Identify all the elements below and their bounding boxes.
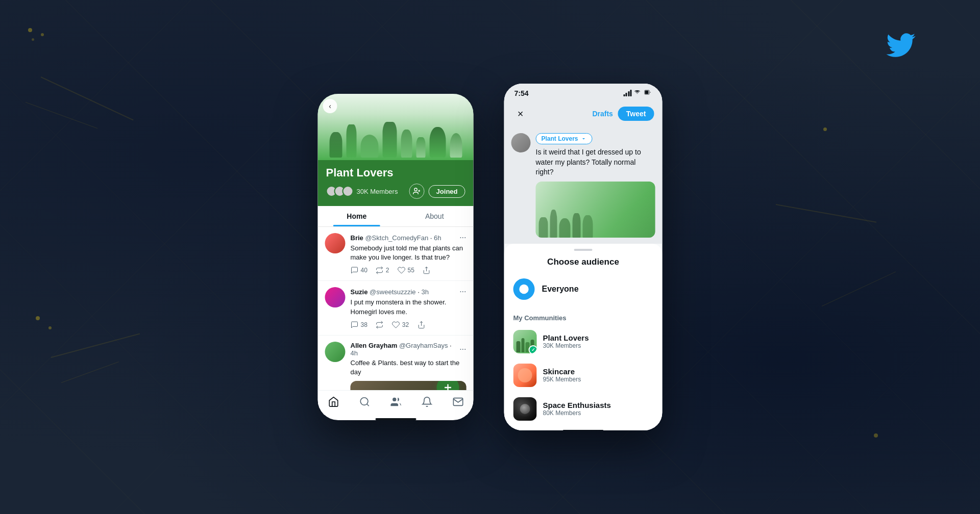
tweet-content: Brie @Sktch_ComedyFan · 6h ··· Somebody … bbox=[351, 233, 467, 274]
compose-header: × Drafts Tweet bbox=[504, 100, 663, 127]
like-action[interactable]: 55 bbox=[398, 266, 414, 274]
tweet-avatar bbox=[325, 287, 346, 307]
home-indicator bbox=[375, 418, 416, 420]
svg-point-9 bbox=[393, 398, 396, 401]
tweet-actions: 38 32 bbox=[351, 321, 467, 329]
svg-point-7 bbox=[360, 398, 368, 405]
retweet-action[interactable] bbox=[376, 321, 384, 329]
tweet-text: I put my monstera in the shower. Homegir… bbox=[351, 298, 467, 316]
compose-fab[interactable] bbox=[437, 381, 459, 390]
sheet-title: Choose audience bbox=[504, 255, 663, 272]
share-action[interactable] bbox=[417, 321, 425, 329]
svg-point-0 bbox=[414, 188, 417, 191]
phone-2: 7:54 bbox=[504, 84, 663, 430]
status-bar: 7:54 bbox=[504, 84, 663, 100]
audience-option-everyone[interactable]: Everyone bbox=[504, 272, 663, 306]
community-name: Plant Lovers bbox=[543, 333, 653, 342]
nav-notifications[interactable] bbox=[421, 396, 433, 408]
nav-search[interactable] bbox=[358, 396, 371, 408]
compose-right: Plant Lovers Is it weird that I get dres… bbox=[536, 133, 655, 238]
svg-line-8 bbox=[366, 404, 369, 406]
nav-messages[interactable] bbox=[452, 396, 464, 408]
svg-rect-12 bbox=[645, 91, 648, 94]
add-member-button[interactable] bbox=[409, 184, 425, 199]
check-badge: ✓ bbox=[529, 345, 537, 353]
members-count: 30K Members bbox=[357, 188, 398, 195]
compose-text: Is it weird that I get dressed up to wat… bbox=[536, 147, 655, 177]
close-button[interactable]: × bbox=[512, 106, 529, 122]
comment-action[interactable]: 38 bbox=[351, 321, 368, 329]
community-avatar bbox=[513, 397, 537, 421]
compose-area: Plant Lovers Is it weird that I get dres… bbox=[504, 127, 663, 244]
community-name: Skincare bbox=[543, 367, 653, 376]
group-avatars: 30K Members bbox=[326, 186, 398, 197]
status-time: 7:54 bbox=[514, 89, 529, 97]
tweet-text: Coffee & Plants. best way to start the d… bbox=[351, 358, 467, 377]
nav-home[interactable] bbox=[327, 396, 339, 408]
tweet-user: Allen Grayham @GrayhamSays · 4h bbox=[351, 342, 460, 357]
community-members: 30K Members bbox=[543, 342, 653, 349]
community-avatar bbox=[513, 364, 537, 387]
tabs: Home About bbox=[318, 206, 474, 227]
community-avatar: ✓ bbox=[513, 330, 537, 353]
community-item-space[interactable]: Space Enthusiasts 80K Members bbox=[504, 392, 663, 426]
tweet-content: Allen Grayham @GrayhamSays · 4h ··· Coff… bbox=[351, 342, 467, 390]
everyone-icon bbox=[513, 278, 535, 300]
group-banner: Plant Lovers 30K Members bbox=[318, 160, 474, 206]
community-info: Skincare 95K Members bbox=[543, 367, 653, 383]
community-info: Plant Lovers 30K Members bbox=[543, 333, 653, 349]
community-item-skincare[interactable]: Skincare 95K Members bbox=[504, 358, 663, 392]
tweet-item: Brie @Sktch_ComedyFan · 6h ··· Somebody … bbox=[318, 227, 474, 281]
wifi-icon bbox=[634, 89, 641, 97]
like-action[interactable]: 32 bbox=[392, 321, 409, 329]
tweet-content: Suzie @sweetsuzzzie · 3h ··· I put my mo… bbox=[351, 287, 467, 328]
home-indicator bbox=[563, 430, 604, 430]
tweet-avatar bbox=[325, 233, 346, 253]
tweet-user: Suzie @sweetsuzzzie · 3h bbox=[351, 288, 429, 296]
tweet-text: Somebody just told me that plants can ma… bbox=[351, 244, 467, 262]
composer-avatar bbox=[511, 133, 531, 152]
back-button[interactable]: ‹ bbox=[323, 99, 337, 113]
tab-about[interactable]: About bbox=[396, 206, 474, 226]
retweet-action[interactable]: 2 bbox=[376, 266, 389, 274]
compose-buttons: Drafts Tweet bbox=[592, 107, 654, 121]
tweet-more-icon[interactable]: ··· bbox=[459, 287, 466, 296]
tweet-image bbox=[351, 381, 467, 390]
battery-icon bbox=[643, 89, 652, 97]
drafts-button[interactable]: Drafts bbox=[592, 110, 612, 118]
everyone-label: Everyone bbox=[542, 285, 579, 294]
tweet-user: Brie @Sktch_ComedyFan · 6h bbox=[351, 234, 442, 242]
tweet-avatar bbox=[325, 342, 346, 362]
twitter-logo bbox=[883, 31, 919, 62]
tweet-item: Allen Grayham @GrayhamSays · 4h ··· Coff… bbox=[318, 336, 474, 390]
joined-button[interactable]: Joined bbox=[429, 185, 465, 198]
phone-1: ‹ Plant Lovers 30K Members bbox=[318, 94, 474, 420]
tweet-button[interactable]: Tweet bbox=[618, 107, 654, 121]
comment-action[interactable]: 40 bbox=[351, 266, 368, 274]
tweet-feed: Brie @Sktch_ComedyFan · 6h ··· Somebody … bbox=[318, 227, 474, 390]
tweet-actions: 40 2 55 bbox=[351, 266, 467, 274]
tweet-more-icon[interactable]: ··· bbox=[459, 233, 466, 242]
community-name: Space Enthusiasts bbox=[543, 401, 653, 409]
bottom-sheet: Choose audience Everyone My Communities bbox=[504, 244, 663, 430]
nav-people[interactable] bbox=[389, 396, 402, 408]
tweet-more-icon[interactable]: ··· bbox=[459, 345, 466, 354]
sheet-handle bbox=[574, 249, 593, 251]
group-actions: Joined bbox=[409, 184, 465, 199]
phones-container: ‹ Plant Lovers 30K Members bbox=[318, 84, 663, 430]
audience-badge[interactable]: Plant Lovers bbox=[536, 133, 593, 144]
compose-image bbox=[536, 182, 655, 238]
cover-image: ‹ bbox=[318, 94, 474, 160]
signal-bars-icon bbox=[623, 90, 632, 96]
status-icons bbox=[623, 89, 652, 97]
community-members: 80K Members bbox=[543, 409, 653, 417]
community-info: Space Enthusiasts 80K Members bbox=[543, 401, 653, 417]
group-name: Plant Lovers bbox=[326, 166, 465, 179]
tweet-item: Suzie @sweetsuzzzie · 3h ··· I put my mo… bbox=[318, 281, 474, 335]
tab-home[interactable]: Home bbox=[318, 206, 396, 226]
community-item-plant-lovers[interactable]: ✓ Plant Lovers 30K Members bbox=[504, 325, 663, 358]
share-action[interactable] bbox=[423, 266, 431, 274]
my-communities-label: My Communities bbox=[504, 310, 663, 325]
bottom-nav bbox=[318, 390, 474, 415]
community-members: 95K Members bbox=[543, 376, 653, 383]
